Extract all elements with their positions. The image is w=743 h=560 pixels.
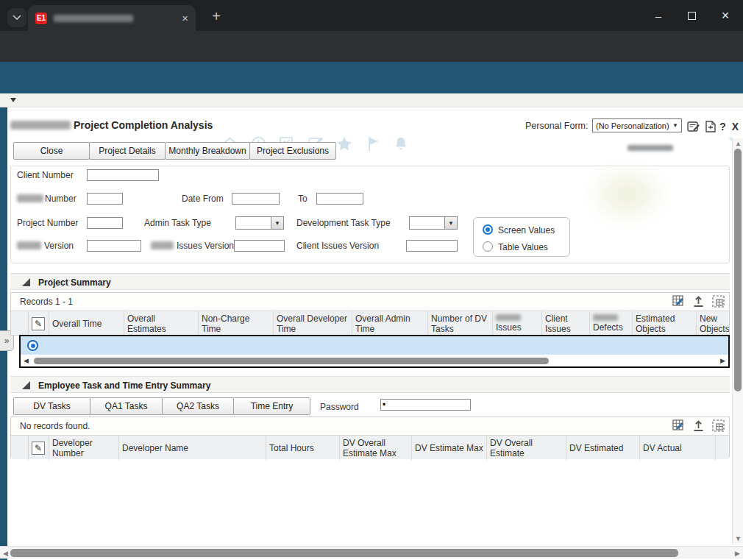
window-close-button[interactable]: × bbox=[709, 0, 742, 31]
window-maximize-button[interactable] bbox=[675, 0, 708, 31]
redacted-column-prefix bbox=[593, 314, 618, 321]
favorites-button[interactable] bbox=[335, 135, 353, 152]
maximize-icon bbox=[688, 12, 696, 20]
project-number-label: Project Number bbox=[17, 218, 78, 228]
column-header[interactable]: Developer Name bbox=[119, 436, 266, 460]
column-header[interactable]: Developer Number bbox=[49, 436, 119, 460]
personal-form-select[interactable]: (No Personalization) ▼ bbox=[592, 118, 682, 132]
vertical-scrollbar[interactable]: ▲ ▼ bbox=[732, 138, 743, 545]
column-header[interactable]: Overall Time bbox=[49, 311, 124, 336]
password-input[interactable] bbox=[380, 399, 471, 411]
column-header[interactable]: Non-Charge Time bbox=[199, 311, 274, 336]
form-edit-icon bbox=[687, 121, 700, 132]
browser-tab[interactable]: E1 × bbox=[28, 5, 196, 31]
column-header[interactable] bbox=[716, 436, 729, 460]
issues-version-input[interactable] bbox=[234, 240, 285, 252]
table-values-radio[interactable] bbox=[483, 241, 493, 252]
employee-summary-section-header[interactable]: Employee Task and Time Entry Summary bbox=[10, 376, 730, 393]
dropdown-arrow-icon[interactable]: ▼ bbox=[271, 216, 284, 230]
scrollbar-thumb[interactable] bbox=[734, 149, 742, 391]
export-grid-button[interactable] bbox=[692, 419, 705, 432]
carousel-expand-arrow-icon[interactable] bbox=[10, 98, 16, 102]
scroll-left-icon[interactable]: ◀ bbox=[3, 550, 8, 557]
row-select-radio[interactable] bbox=[27, 340, 38, 351]
tab-close-icon[interactable]: × bbox=[182, 13, 188, 24]
customize-grid-button[interactable] bbox=[672, 419, 685, 432]
employee-summary-title: Employee Task and Time Entry Summary bbox=[38, 380, 210, 391]
new-tab-button[interactable]: + bbox=[207, 7, 225, 25]
development-task-type-select[interactable]: ▼ bbox=[409, 216, 458, 230]
project-details-button[interactable]: Project Details bbox=[89, 142, 166, 160]
detach-grid-button[interactable] bbox=[712, 419, 725, 432]
window-minimize-button[interactable]: – bbox=[642, 0, 675, 31]
column-header[interactable]: DV Overall Estimate bbox=[487, 436, 566, 460]
project-summary-section-header[interactable]: Project Summary bbox=[10, 273, 730, 290]
screen-values-label: Screen Values bbox=[498, 225, 555, 235]
column-header[interactable]: Client Issues bbox=[542, 311, 590, 336]
dropdown-arrow-icon[interactable]: ▼ bbox=[445, 216, 458, 230]
number-input[interactable] bbox=[87, 193, 123, 205]
personal-form-label: Personal Form: bbox=[525, 121, 588, 131]
column-header[interactable]: Total Hours bbox=[266, 436, 340, 460]
flag-button[interactable] bbox=[365, 135, 383, 152]
form-close-button[interactable]: X bbox=[728, 119, 742, 133]
row-customize-column[interactable]: ✎ bbox=[29, 436, 49, 460]
redacted-logo-watermark bbox=[585, 162, 669, 227]
scrollbar-thumb[interactable] bbox=[10, 549, 678, 557]
tab-time-entry[interactable]: Time Entry bbox=[233, 397, 310, 415]
tab-search-button[interactable] bbox=[7, 8, 26, 27]
notifications-button[interactable] bbox=[392, 135, 410, 152]
grid-horizontal-scrollbar[interactable]: ◀ ▶ bbox=[21, 355, 728, 366]
scrollbar-thumb[interactable] bbox=[34, 358, 549, 364]
client-issues-version-label: Client Issues Version bbox=[296, 241, 379, 251]
column-header[interactable]: Issues bbox=[493, 311, 542, 336]
chevron-down-icon bbox=[13, 15, 21, 21]
manage-personalization-button[interactable] bbox=[686, 119, 700, 133]
export-grid-button[interactable] bbox=[692, 295, 705, 308]
scroll-right-icon[interactable]: ▶ bbox=[735, 550, 740, 557]
detach-grid-button[interactable] bbox=[712, 295, 725, 308]
date-to-input[interactable] bbox=[316, 193, 363, 205]
date-from-label: Date From bbox=[182, 194, 224, 204]
column-header[interactable]: Number of DV Tasks bbox=[428, 311, 493, 336]
row-select-column bbox=[11, 436, 29, 460]
scroll-right-icon[interactable]: ▶ bbox=[720, 357, 725, 364]
column-header[interactable]: Overall Developer Time bbox=[274, 311, 352, 336]
close-button[interactable]: Close bbox=[13, 142, 90, 160]
column-header[interactable]: DV Overall Estimate Max bbox=[340, 436, 412, 460]
horizontal-scrollbar[interactable]: ◀ ▶ bbox=[0, 546, 743, 559]
column-header[interactable]: Estimated Objects bbox=[633, 311, 697, 336]
tab-qa1-tasks[interactable]: QA1 Tasks bbox=[90, 397, 163, 415]
column-header[interactable]: Overall Estimates bbox=[124, 311, 199, 336]
browser-tabstrip: E1 × + – × bbox=[0, 0, 743, 31]
date-from-input[interactable] bbox=[232, 193, 280, 205]
scroll-up-icon[interactable]: ▲ bbox=[735, 140, 742, 147]
scroll-down-icon[interactable]: ▼ bbox=[735, 535, 742, 542]
customize-grid-button[interactable] bbox=[672, 295, 685, 308]
column-header[interactable]: Overall Admin Time bbox=[352, 311, 428, 336]
client-issues-version-input[interactable] bbox=[406, 240, 458, 252]
admin-task-type-select[interactable]: ▼ bbox=[235, 216, 284, 230]
app-header: ORACLE® JD Edwards Vincenzo Caserta ▼ bbox=[0, 62, 743, 93]
row-customize-column[interactable]: ✎ bbox=[29, 311, 49, 336]
column-header[interactable]: DV Estimate Max bbox=[412, 436, 487, 460]
values-radio-group: Screen Values Table Values bbox=[473, 217, 570, 257]
column-header[interactable]: DV Estimated bbox=[566, 436, 640, 460]
tab-dv-tasks[interactable]: DV Tasks bbox=[13, 397, 90, 415]
column-header[interactable]: Defects bbox=[590, 311, 633, 336]
column-header[interactable]: DV Actual bbox=[640, 436, 716, 460]
user-menu[interactable]: Vincenzo Caserta bbox=[641, 132, 721, 143]
row-select-column bbox=[11, 311, 29, 336]
version-input[interactable] bbox=[87, 240, 141, 252]
monthly-breakdown-button[interactable]: Monthly Breakdown bbox=[165, 142, 250, 160]
tab-qa2-tasks[interactable]: QA2 Tasks bbox=[162, 397, 234, 415]
column-header[interactable]: New Objects bbox=[697, 311, 729, 336]
project-number-input[interactable] bbox=[87, 217, 123, 229]
screen-values-radio[interactable] bbox=[483, 224, 493, 235]
table-row[interactable] bbox=[21, 336, 728, 355]
collapse-triangle-icon[interactable] bbox=[22, 381, 30, 389]
scroll-left-icon[interactable]: ◀ bbox=[24, 357, 29, 364]
project-exclusions-button[interactable]: Project Exclusions bbox=[249, 142, 336, 160]
client-number-input[interactable] bbox=[87, 169, 159, 181]
collapse-triangle-icon[interactable] bbox=[22, 278, 30, 286]
